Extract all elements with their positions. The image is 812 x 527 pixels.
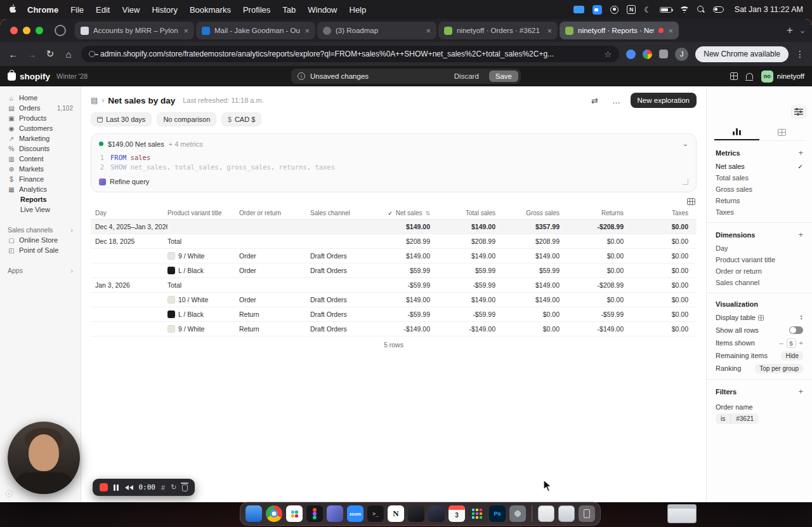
sidebar-item-finance[interactable]: $Finance: [4, 174, 77, 184]
sidebar-item-products[interactable]: ▣Products: [4, 113, 77, 123]
metric-gross-sales[interactable]: Gross sales: [707, 183, 812, 195]
notion-dock-icon[interactable]: N: [388, 505, 404, 522]
browser-tab[interactable]: (3) Roadmap×: [317, 22, 436, 39]
table-row[interactable]: 9 / WhiteOrderDraft Orders$149.00$149.00…: [91, 249, 697, 264]
zoom-menubar-icon[interactable]: [593, 5, 602, 15]
table-row[interactable]: 10 / WhiteOrderDraft Orders$149.00$149.0…: [91, 293, 697, 307]
panel-tab-chart[interactable]: [714, 124, 759, 140]
decrement-button[interactable]: –: [779, 339, 783, 347]
dimension-day[interactable]: Day: [707, 243, 812, 254]
items-shown-value[interactable]: 5: [787, 338, 796, 348]
add-filter-button[interactable]: +: [798, 387, 803, 396]
terminal-dock-icon[interactable]: >_: [367, 505, 384, 522]
column-header-order-or-return[interactable]: Order or return: [239, 210, 310, 217]
sidebar-item-reports[interactable]: Reports: [4, 194, 77, 204]
settings-dock-icon[interactable]: [509, 505, 526, 522]
browser-profile-icon[interactable]: [55, 25, 66, 36]
effects-grid-icon[interactable]: #: [161, 484, 165, 491]
table-display-options-button[interactable]: [687, 198, 695, 205]
minimized-window-icon[interactable]: [538, 505, 554, 522]
close-window-button[interactable]: [10, 27, 18, 34]
menu-bar-clock[interactable]: Sat Jan 3 11:22 AM: [735, 5, 803, 14]
notifications-bell-icon[interactable]: [746, 73, 753, 79]
screen-mirroring-icon[interactable]: [573, 6, 584, 13]
column-header-sales-channel[interactable]: Sales channel: [310, 210, 368, 217]
table-row[interactable]: Jan 3, 2026Total-$59.99-$59.99$149.00-$2…: [91, 278, 697, 293]
select-chevrons-icon[interactable]: ▲▼: [800, 314, 803, 321]
restart-recording-button[interactable]: [124, 485, 133, 490]
control-center-icon[interactable]: [713, 6, 724, 13]
edition-badge[interactable]: Winter '28: [56, 72, 88, 80]
figma-dock-icon[interactable]: [306, 505, 323, 522]
menu-file[interactable]: File: [70, 5, 84, 15]
url-text[interactable]: admin.shopify.com/store/fratedemostore/a…: [100, 50, 599, 58]
webcam-settings-gear-icon[interactable]: [6, 490, 13, 497]
store-menu[interactable]: no ninetyoff: [761, 70, 804, 83]
sidebar-section-sales-channels[interactable]: Sales channels›: [0, 225, 81, 235]
column-header-net-sales[interactable]: ✓Net sales⇅: [368, 210, 433, 217]
shopify-logo[interactable]: shopify Winter '28: [8, 72, 88, 81]
add-metric-button[interactable]: +: [798, 148, 803, 157]
menu-view[interactable]: View: [122, 5, 140, 15]
webcam-overlay[interactable]: [8, 422, 80, 494]
column-header-total-sales[interactable]: Total sales: [433, 210, 498, 217]
chrome-dock-icon[interactable]: [266, 505, 282, 522]
column-header-taxes[interactable]: Taxes: [626, 210, 691, 217]
address-bar[interactable]: admin.shopify.com/store/fratedemostore/a…: [81, 46, 619, 62]
tab-close-icon[interactable]: ×: [183, 26, 188, 36]
notion-menubar-icon[interactable]: N: [627, 5, 636, 14]
sidebar-item-live-view[interactable]: Live View: [4, 204, 77, 215]
sidebar-item-point-of-sale[interactable]: ◰Point of Sale: [4, 245, 77, 255]
sidebar-item-content[interactable]: ▥Content: [4, 154, 77, 164]
photoshop-dock-icon[interactable]: Ps: [489, 505, 506, 522]
admin-grid-icon[interactable]: [730, 72, 738, 80]
save-button[interactable]: Save: [489, 70, 518, 82]
tab-close-icon[interactable]: ×: [547, 26, 552, 36]
home-button[interactable]: ⌂: [63, 49, 74, 60]
filter-operator[interactable]: is: [716, 413, 730, 424]
more-options-icon[interactable]: …: [609, 94, 624, 107]
sidebar-item-home[interactable]: ⌂Home: [4, 93, 77, 103]
discard-button[interactable]: Discard: [449, 72, 484, 80]
focus-moon-icon[interactable]: ☾: [644, 6, 652, 14]
forward-button[interactable]: →: [26, 49, 37, 60]
reload-button[interactable]: ↻: [44, 48, 56, 60]
dimension-order-or-return[interactable]: Order or return: [707, 265, 812, 277]
tab-search-chevron-icon[interactable]: ⌄: [799, 26, 806, 35]
dimension-product-variant-title[interactable]: Product variant title: [707, 254, 812, 265]
collapse-chevron-icon[interactable]: ⌄: [683, 140, 688, 148]
trash-icon[interactable]: [579, 505, 595, 522]
metric-total-sales[interactable]: Total sales: [707, 172, 812, 183]
menu-tab[interactable]: Tab: [282, 5, 296, 15]
linear-dock-icon[interactable]: [327, 505, 343, 522]
new-tab-button[interactable]: +: [787, 24, 793, 37]
menu-profiles[interactable]: Profiles: [243, 5, 270, 15]
pause-recording-button[interactable]: [114, 484, 119, 491]
resize-handle[interactable]: [683, 179, 688, 185]
column-header-product-variant-title[interactable]: Product variant title: [167, 210, 239, 217]
remaining-items-value[interactable]: Hide: [781, 351, 803, 361]
query-editor[interactable]: 1FROM sales2SHOW net_sales, total_sales,…: [91, 151, 696, 175]
metric-taxes[interactable]: Taxes: [707, 206, 812, 218]
refine-query-button[interactable]: Refine query: [110, 178, 149, 185]
slack-dock-icon[interactable]: [286, 505, 303, 522]
table-row[interactable]: 9 / WhiteReturnDraft Orders-$149.00-$149…: [91, 322, 697, 337]
panel-tab-table[interactable]: [759, 124, 804, 140]
wifi-icon[interactable]: [680, 6, 689, 13]
spotlight-icon[interactable]: [697, 6, 705, 13]
column-header-gross-sales[interactable]: Gross sales: [498, 210, 562, 217]
filter-chip[interactable]: is #3621: [716, 413, 759, 424]
extension-shield-icon[interactable]: [626, 50, 636, 59]
table-row[interactable]: Dec 4, 2025–Jan 3, 2026$149.00$149.00$35…: [91, 220, 697, 234]
calendar-dock-icon[interactable]: 3: [449, 505, 465, 522]
ranking-value[interactable]: Top per group: [755, 364, 803, 373]
filter-value[interactable]: #3621: [730, 413, 759, 424]
column-header-day[interactable]: Day: [95, 210, 167, 217]
camera-status-icon[interactable]: [610, 6, 619, 14]
report-chip-no-comparison[interactable]: No comparison: [157, 112, 216, 126]
minimized-window-icon[interactable]: [558, 505, 575, 522]
minimize-window-button[interactable]: [23, 27, 30, 34]
fullscreen-window-button[interactable]: [36, 27, 43, 34]
window-preview-thumbnail[interactable]: [667, 504, 697, 523]
tab-close-icon[interactable]: ×: [426, 26, 431, 36]
